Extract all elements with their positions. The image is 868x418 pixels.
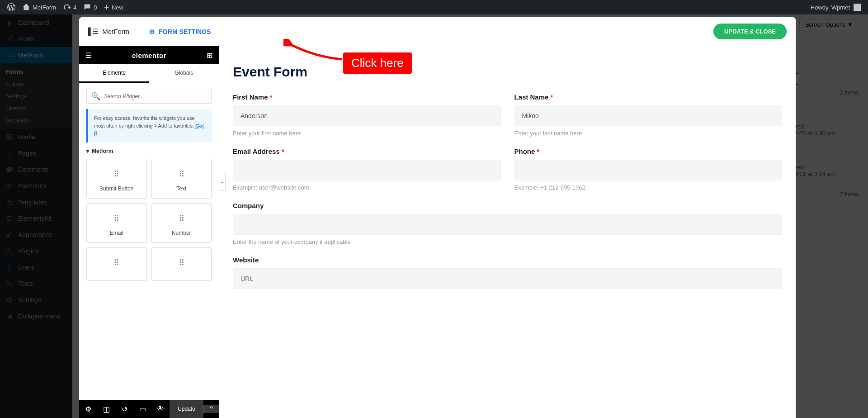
company-help: Enter the name of your company if applic… [233,238,782,245]
phone-help: Example: +1 212-695-1962 [514,184,783,191]
footer-history-icon[interactable]: ↺ [115,400,133,418]
panel-collapse-handle[interactable]: ◂ [219,173,226,191]
widget-submit-button[interactable]: ⠿Submit Button [86,159,147,199]
company-label: Company [233,202,782,209]
elementor-logo: elementor [132,52,166,59]
footer-update-button[interactable]: Update [170,400,203,418]
widget-category[interactable]: ▾ Metform [86,148,212,154]
form-settings-label: FORM SETTINGS [159,28,211,35]
search-icon: 🔍 [91,92,100,100]
comments-count: 0 [94,4,97,11]
search-input[interactable] [104,93,207,100]
metform-logo-icon: ▌☰ [88,27,98,36]
website-input[interactable] [233,268,782,289]
updates-count: 4 [73,4,76,11]
footer-navigator-icon[interactable]: ◫ [97,400,115,418]
phone-input[interactable] [514,160,783,180]
elementor-tabs: Elements Globals [79,64,219,83]
footer-preview-icon[interactable]: 👁 [151,400,170,418]
widget-number[interactable]: ⠿Number [151,203,212,243]
grid-icon: ⠿ [156,258,208,268]
gear-icon: ⚙ [149,28,155,35]
modal-header: ▌☰ MetForm ⚙ FORM SETTINGS UPDATE & CLOS… [79,17,796,46]
wp-admin-bar: MetForm 4 0 + New Howdy, Wpmet [0,0,868,14]
footer-update-caret[interactable]: ^ [203,405,219,413]
apps-icon[interactable]: ⊞ [207,51,212,60]
grid-icon: ⠿ [156,214,208,223]
phone-label: Phone * [514,147,783,155]
footer-responsive-icon[interactable]: ▭ [133,400,151,418]
caret-down-icon: ▾ [86,148,89,154]
account[interactable]: Howdy, Wpmet [811,4,864,11]
last-name-label: Last Name * [514,93,783,101]
first-name-input[interactable] [233,105,501,126]
search-widget[interactable]: 🔍 [86,89,212,104]
first-name-label: First Name * [233,93,501,101]
avatar [854,4,861,11]
modal-brand-label: MetForm [102,28,129,35]
new-label: New [112,4,123,11]
email-help: Example: user@website.com [233,184,501,191]
grid-icon: ⠿ [90,169,143,179]
email-input[interactable] [233,160,501,180]
metform-modal: ▌☰ MetForm ⚙ FORM SETTINGS UPDATE & CLOS… [79,17,796,418]
tab-globals[interactable]: Globals [149,64,219,83]
last-name-input[interactable] [514,105,783,126]
category-label: Metform [92,148,113,154]
last-name-help: Enter your last name here [514,130,783,137]
email-label: Email Address * [233,147,501,155]
modal-brand: ▌☰ MetForm [88,27,129,36]
site-name[interactable]: MetForm [19,0,60,14]
howdy-label: Howdy, Wpmet [811,4,850,11]
widget-partial-2[interactable]: ⠿ [151,247,212,281]
annotation-callout: Click here [343,52,412,74]
wp-logo[interactable] [4,0,19,14]
tip-box: For easy access, favorite the widgets yo… [86,109,212,142]
grid-icon: ⠿ [90,258,143,268]
widget-partial-1[interactable]: ⠿ [86,247,147,281]
grid-icon: ⠿ [156,169,208,179]
hamburger-icon[interactable]: ☰ [85,51,92,60]
widget-email[interactable]: ⠿Email [86,203,147,243]
company-input[interactable] [233,214,782,235]
tab-elements[interactable]: Elements [79,64,149,83]
form-canvas[interactable]: Event Form First Name * Enter your first… [219,46,796,418]
elementor-footer: ⚙ ◫ ↺ ▭ 👁 Update ^ [79,400,219,418]
form-settings-button[interactable]: ⚙ FORM SETTINGS [149,28,211,35]
site-name-label: MetForm [33,4,56,11]
grid-icon: ⠿ [90,214,143,223]
elementor-topbar: ☰ elementor ⊞ [79,46,219,64]
tip-text: For easy access, favorite the widgets yo… [94,115,195,128]
widget-grid: ⠿Submit Button ⠿Text ⠿Email ⠿Number ⠿ ⠿ [79,159,219,281]
footer-settings-icon[interactable]: ⚙ [79,400,97,418]
update-close-button[interactable]: UPDATE & CLOSE [713,24,787,39]
new-content[interactable]: + New [100,0,127,14]
website-label: Website [233,256,782,264]
form-title: Event Form [233,64,782,80]
first-name-help: Enter your first name here [233,130,501,137]
comments[interactable]: 0 [80,0,100,14]
updates[interactable]: 4 [60,0,80,14]
elementor-panel: ☰ elementor ⊞ Elements Globals 🔍 For eas… [79,46,219,418]
widget-text[interactable]: ⠿Text [151,159,212,199]
